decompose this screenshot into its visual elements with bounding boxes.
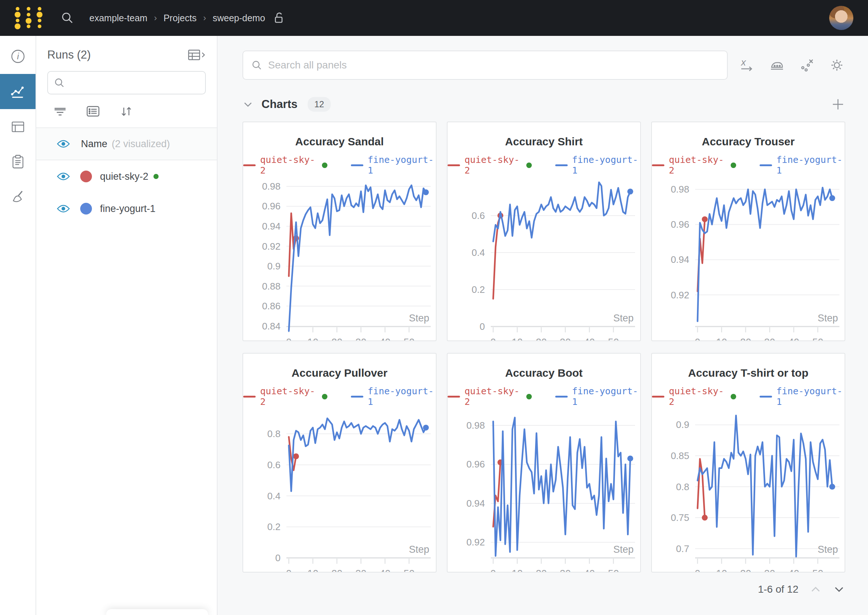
legend-item-quiet-sky-2[interactable]: quiet-sky-2 (652, 386, 736, 407)
run-name[interactable]: fine-yogurt-1 (100, 203, 156, 214)
legend-item-quiet-sky-2[interactable]: quiet-sky-2 (447, 155, 532, 176)
chart-plot[interactable]: 0.70.750.80.850.901020304050Step (652, 409, 845, 573)
filter-icon[interactable] (53, 105, 67, 117)
svg-text:Step: Step (613, 544, 633, 555)
chart-title: Accuracy Boot (447, 367, 640, 379)
add-panel-plus-icon[interactable] (830, 97, 845, 112)
legend-item-quiet-sky-2[interactable]: quiet-sky-2 (447, 386, 532, 407)
legend-line-swatch (760, 396, 772, 398)
sort-icon[interactable] (119, 105, 133, 118)
runs-column-name[interactable]: Name (81, 138, 107, 150)
run-color-dot (80, 170, 92, 182)
x-axis-icon[interactable]: x (738, 57, 755, 73)
svg-text:40: 40 (788, 568, 799, 573)
runs-search-input[interactable] (69, 78, 199, 88)
chart-plot[interactable]: 0.920.940.960.9801020304050Step (447, 409, 641, 573)
svg-text:50: 50 (812, 568, 823, 573)
line-chart-icon (9, 83, 27, 100)
svg-text:20: 20 (536, 568, 547, 573)
svg-text:50: 50 (608, 337, 619, 341)
legend-line-swatch (351, 164, 363, 166)
chart-panel[interactable]: Accuracy T-shirt or topquiet-sky-2fine-y… (651, 353, 845, 573)
chart-plot[interactable]: 00.20.40.601020304050Step (447, 177, 641, 341)
chart-plot[interactable]: 0.840.860.880.90.920.940.960.98010203040… (243, 177, 436, 341)
unlock-icon[interactable] (273, 12, 285, 24)
svg-text:0: 0 (695, 337, 700, 341)
chart-panel[interactable]: Accuracy Trouserquiet-sky-2fine-yogurt-1… (651, 122, 845, 341)
svg-text:10: 10 (307, 568, 318, 573)
rail-item-sweeps[interactable] (0, 180, 36, 214)
rail-item-table[interactable] (0, 109, 36, 144)
legend-item-fine-yogurt-1[interactable]: fine-yogurt-1 (555, 386, 640, 407)
breadcrumb-team[interactable]: example-team (89, 13, 147, 23)
chart-panel[interactable]: Accuracy Pulloverquiet-sky-2fine-yogurt-… (242, 353, 436, 573)
charts-section-collapse-chevron[interactable] (242, 100, 253, 108)
legend-item-fine-yogurt-1[interactable]: fine-yogurt-1 (760, 386, 845, 407)
wandb-logo[interactable] (9, 5, 50, 31)
eye-icon[interactable] (57, 139, 70, 148)
chart-title: Accuracy T-shirt or top (652, 367, 845, 379)
svg-text:0.94: 0.94 (671, 254, 689, 265)
run-row-fine-yogurt-1[interactable]: fine-yogurt-1 (36, 192, 217, 225)
avatar[interactable] (829, 6, 853, 30)
legend-run-name: fine-yogurt-1 (368, 386, 436, 407)
svg-text:10: 10 (716, 337, 727, 341)
legend-item-quiet-sky-2[interactable]: quiet-sky-2 (243, 386, 327, 407)
rail-item-reports[interactable] (0, 144, 36, 180)
rail-item-workspace[interactable] (0, 74, 36, 109)
legend-run-name: fine-yogurt-1 (572, 386, 640, 407)
legend-run-name: fine-yogurt-1 (776, 155, 845, 176)
svg-text:0.75: 0.75 (671, 512, 689, 523)
remove-outliers-icon[interactable] (798, 57, 815, 73)
runs-visualized-count: (2 visualized) (112, 138, 170, 150)
run-row-quiet-sky-2[interactable]: quiet-sky-2 (36, 160, 217, 192)
chart-panel[interactable]: Accuracy Bootquiet-sky-2fine-yogurt-10.9… (447, 353, 641, 573)
legend-item-quiet-sky-2[interactable]: quiet-sky-2 (652, 155, 736, 176)
runs-header-row: Name (2 visualized) (36, 127, 217, 160)
chart-legend: quiet-sky-2fine-yogurt-1 (447, 155, 640, 176)
chart-panel[interactable]: Accuracy Shirtquiet-sky-2fine-yogurt-100… (447, 122, 641, 341)
svg-text:0.9: 0.9 (676, 419, 689, 430)
legend-item-fine-yogurt-1[interactable]: fine-yogurt-1 (760, 155, 845, 176)
svg-text:0.85: 0.85 (671, 450, 689, 461)
legend-run-name: fine-yogurt-1 (776, 386, 845, 407)
breadcrumb-project-name[interactable]: sweep-demo (213, 13, 265, 23)
global-search-icon[interactable] (60, 11, 75, 25)
clipboard-icon (9, 153, 27, 170)
chart-plot[interactable]: 0.920.940.960.9801020304050Step (652, 177, 845, 341)
pagination-next-chevron[interactable] (833, 585, 845, 594)
panel-search-input[interactable] (268, 59, 719, 71)
svg-text:0: 0 (490, 568, 496, 573)
smoothing-iron-icon[interactable] (768, 57, 785, 73)
run-name[interactable]: quiet-sky-2 (100, 171, 149, 182)
eye-icon[interactable] (57, 172, 70, 181)
expand-table-icon[interactable] (188, 48, 206, 61)
rail-item-overview[interactable]: i (0, 39, 36, 74)
svg-text:Step: Step (409, 313, 429, 324)
list-icon[interactable] (86, 105, 100, 117)
svg-text:0.92: 0.92 (671, 290, 689, 301)
svg-text:40: 40 (379, 568, 390, 573)
legend-run-name: fine-yogurt-1 (572, 155, 640, 176)
pagination-prev-chevron[interactable] (809, 585, 822, 594)
svg-text:20: 20 (332, 337, 343, 341)
legend-run-name: quiet-sky-2 (669, 386, 726, 407)
legend-item-quiet-sky-2[interactable]: quiet-sky-2 (243, 155, 327, 176)
panel-pagination: 1-6 of 12 (242, 584, 845, 595)
chart-plot[interactable]: 00.20.40.60.801020304050Step (243, 409, 436, 573)
eye-icon[interactable] (57, 204, 70, 214)
legend-item-fine-yogurt-1[interactable]: fine-yogurt-1 (351, 155, 436, 176)
svg-text:20: 20 (740, 568, 751, 573)
settings-gear-icon[interactable] (829, 57, 845, 73)
breadcrumb-projects[interactable]: Projects (163, 13, 196, 23)
chart-legend: quiet-sky-2fine-yogurt-1 (243, 155, 436, 176)
legend-line-swatch (652, 164, 665, 166)
legend-running-dot (526, 162, 532, 168)
svg-text:30: 30 (356, 337, 367, 341)
svg-text:50: 50 (812, 337, 823, 341)
legend-item-fine-yogurt-1[interactable]: fine-yogurt-1 (351, 386, 436, 407)
chart-panel[interactable]: Accuracy Sandalquiet-sky-2fine-yogurt-10… (242, 122, 436, 341)
svg-text:10: 10 (511, 337, 522, 341)
legend-run-name: quiet-sky-2 (464, 155, 522, 176)
legend-item-fine-yogurt-1[interactable]: fine-yogurt-1 (555, 155, 640, 176)
